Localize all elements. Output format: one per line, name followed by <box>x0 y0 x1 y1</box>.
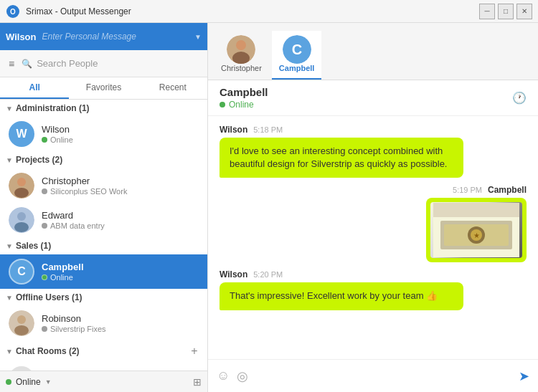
svg-point-6 <box>17 212 26 221</box>
status-dot-campbell <box>42 274 47 280</box>
chat-tabs: Christopher C Campbell <box>208 23 538 80</box>
chat-status-dot <box>220 102 225 107</box>
emoji-icon[interactable]: ☺ <box>217 368 230 383</box>
window-controls: ─ □ ✕ <box>479 4 532 19</box>
maximize-button[interactable]: □ <box>498 4 514 19</box>
search-input[interactable] <box>37 58 202 69</box>
chatroom-item-marketing[interactable]: # Marketing 4 Members <box>0 362 207 371</box>
svg-text:C: C <box>291 42 301 57</box>
contact-status-wilson: Online <box>42 135 199 144</box>
online-status-dot <box>6 379 11 385</box>
group-header-offline[interactable]: ▼ Offline Users (1) <box>0 289 207 306</box>
avatar-edward <box>9 207 34 233</box>
group-label-chatrooms: Chat Rooms (2) <box>16 346 184 356</box>
user-name: Wilson <box>6 32 37 42</box>
minimize-button[interactable]: ─ <box>479 4 495 19</box>
group-header-projects[interactable]: ▼ Projects (2) <box>0 151 207 168</box>
status-dot-christopher <box>42 188 47 194</box>
message-time-2: 5:19 PM <box>453 186 482 194</box>
contact-name-robinson: Robinson <box>42 313 199 324</box>
chat-input-area: ☺ ◎ ➤ <box>208 359 538 392</box>
chat-tab-christopher[interactable]: Christopher <box>214 31 269 80</box>
contact-name-wilson: Wilson <box>42 124 199 135</box>
message-sender-3: Wilson <box>220 269 247 279</box>
group-label-offline: Offline Users (1) <box>16 292 82 302</box>
message-row-2: 5:19 PM Campbell ★ <box>220 185 527 262</box>
tab-all[interactable]: All <box>0 77 69 99</box>
status-dot-edward <box>42 223 47 229</box>
avatar-robinson <box>9 310 34 336</box>
svg-text:★: ★ <box>473 231 480 239</box>
contact-status-robinson: Silverstrip Fixes <box>42 325 199 333</box>
clock-icon[interactable]: 🕐 <box>512 91 527 105</box>
avatar-campbell: C <box>9 259 34 285</box>
group-header-chatrooms[interactable]: ▼ Chat Rooms (2) + <box>0 340 207 362</box>
contact-name-campbell: Campbell <box>42 262 199 272</box>
contact-item-robinson[interactable]: Robinson Silverstrip Fixes <box>0 306 207 340</box>
message-time-3: 5:20 PM <box>253 270 283 279</box>
personal-message-input[interactable] <box>42 32 189 42</box>
contact-item-wilson[interactable]: W Wilson Online <box>0 117 207 151</box>
svg-rect-17 <box>433 203 519 217</box>
status-dot-robinson <box>42 326 47 332</box>
message-sender-1: Wilson <box>220 125 247 135</box>
contact-item-campbell[interactable]: C Campbell Online <box>0 254 207 289</box>
contact-status-campbell: Online <box>42 273 199 282</box>
message-row-1: Wilson 5:18 PM I'd love to see an intere… <box>220 125 527 178</box>
send-button[interactable]: ➤ <box>519 368 529 384</box>
group-arrow-sales: ▼ <box>6 242 13 250</box>
message-time-1: 5:18 PM <box>253 125 283 134</box>
group-arrow-chatrooms: ▼ <box>6 348 13 355</box>
close-button[interactable]: ✕ <box>516 4 532 19</box>
status-label: Online <box>16 377 41 387</box>
contact-item-christopher[interactable]: Christopher Siliconplus SEO Work <box>0 168 207 203</box>
contact-tabs: All Favorites Recent <box>0 77 207 100</box>
svg-point-3 <box>17 178 26 186</box>
tab-recent[interactable]: Recent <box>138 77 207 99</box>
audio-icon[interactable]: ◎ <box>237 368 248 384</box>
contact-status-christopher: Siliconplus SEO Work <box>42 187 199 196</box>
avatar-christopher <box>9 173 34 199</box>
chat-tab-name-christopher: Christopher <box>221 64 262 72</box>
contact-status-edward: ABM data entry <box>42 221 199 230</box>
chat-contact-status: Online <box>220 100 268 110</box>
tab-favorites[interactable]: Favorites <box>69 77 138 99</box>
group-arrow-offline: ▼ <box>6 294 13 302</box>
message-bubble-3: That's impressive! Excellent work by you… <box>220 282 463 310</box>
status-arrow[interactable]: ▼ <box>45 378 52 386</box>
chat-tab-campbell[interactable]: C Campbell <box>272 31 322 80</box>
bottom-bar: Online ▼ ⊞ <box>0 371 207 392</box>
group-label-projects: Projects (2) <box>16 155 62 165</box>
group-header-sales[interactable]: ▼ Sales (1) <box>0 237 207 254</box>
contact-list: ▼ Administration (1) W Wilson Online ▼ P… <box>0 100 207 371</box>
menu-icon[interactable]: ≡ <box>6 57 17 71</box>
app-logo: O <box>6 4 20 19</box>
contact-name-christopher: Christopher <box>42 176 199 186</box>
settings-icon[interactable]: ⊞ <box>193 376 202 388</box>
chat-contact-name: Campbell <box>220 86 268 98</box>
right-panel: Christopher C Campbell Campbell Online <box>208 23 538 392</box>
user-bar: Wilson ▼ <box>0 23 207 50</box>
group-header-administration[interactable]: ▼ Administration (1) <box>0 100 207 117</box>
svg-point-7 <box>14 222 29 232</box>
chat-header: Campbell Online 🕐 <box>208 80 538 116</box>
group-arrow-projects: ▼ <box>6 156 13 164</box>
group-label-administration: Administration (1) <box>16 103 90 113</box>
add-chatroom-button[interactable]: + <box>187 344 202 358</box>
personal-message-arrow: ▼ <box>194 33 202 41</box>
svg-point-9 <box>17 315 26 324</box>
app-title: Srimax - Output Messenger <box>26 6 479 16</box>
chat-tab-avatar-campbell: C <box>283 35 311 64</box>
svg-point-12 <box>236 40 246 50</box>
contact-name-edward: Edward <box>42 210 199 221</box>
contact-item-edward[interactable]: Edward ABM data entry <box>0 203 207 237</box>
message-row-3: Wilson 5:20 PM That's impressive! Excell… <box>220 269 527 310</box>
search-icon: 🔍 <box>22 59 32 69</box>
messages-area: Wilson 5:18 PM I'd love to see an intere… <box>208 116 538 359</box>
chat-tab-name-campbell: Campbell <box>279 64 315 72</box>
svg-text:O: O <box>10 8 16 16</box>
svg-point-4 <box>14 188 29 198</box>
message-sender-2: Campbell <box>488 185 527 195</box>
message-bubble-1: I'd love to see an interesting concept c… <box>220 138 463 178</box>
titlebar: O Srimax - Output Messenger ─ □ ✕ <box>0 0 538 23</box>
